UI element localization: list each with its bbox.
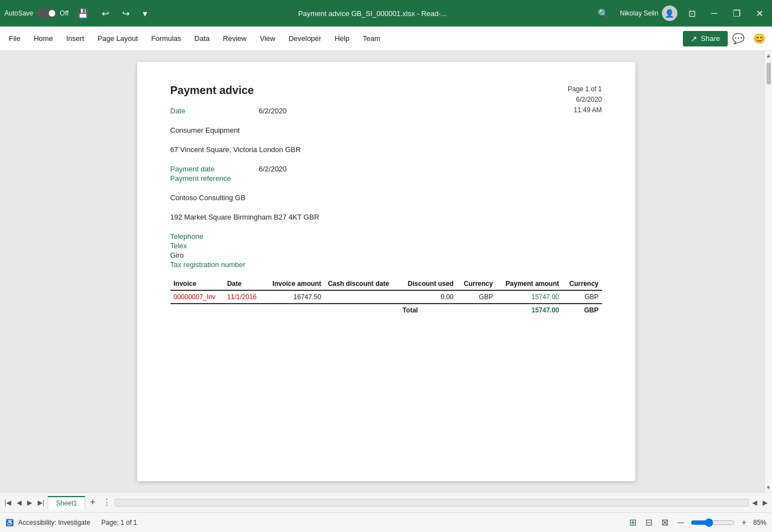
customize-button[interactable]: ▾ bbox=[138, 6, 152, 21]
menu-view[interactable]: View bbox=[253, 30, 282, 47]
view-normal-button[interactable]: ⊞ bbox=[627, 516, 639, 529]
cell-currency2: GBP bbox=[562, 290, 602, 304]
title-actions: 🔍 Nikolay Selin 👤 ⊡ ─ ❐ ✕ bbox=[593, 6, 768, 21]
redo-button[interactable]: ↪ bbox=[118, 6, 134, 21]
scroll-right-button[interactable]: ▶ bbox=[760, 499, 770, 507]
close-button[interactable]: ✕ bbox=[752, 6, 768, 21]
company-name: Consumer Equipment bbox=[170, 126, 602, 134]
total-spacer1 bbox=[170, 304, 224, 316]
cell-cash-discount-date bbox=[324, 290, 399, 304]
content-area: ▲ ▼ Page 1 of 1 6/2/2020 11:49 AM Paymen… bbox=[0, 51, 772, 492]
accessibility-label: Accessibility: Investigate bbox=[18, 519, 90, 526]
menu-page-layout[interactable]: Page Layout bbox=[91, 30, 144, 47]
page-status: Page: 1 of 1 bbox=[101, 519, 137, 526]
vendor-name: Contoso Consulting GB bbox=[170, 194, 602, 202]
title-bar: AutoSave Off 💾 ↩ ↪ ▾ Payment advice GB_S… bbox=[0, 0, 772, 27]
status-right: ⊞ ⊟ ⊠ ─ + 85% bbox=[627, 516, 766, 529]
restore-button[interactable]: ❐ bbox=[728, 6, 745, 21]
main-area: ▲ ▼ Page 1 of 1 6/2/2020 11:49 AM Paymen… bbox=[0, 51, 772, 492]
scroll-left-button[interactable]: ◀ bbox=[750, 499, 759, 507]
telex-label: Telex bbox=[170, 242, 602, 250]
total-spacer4 bbox=[324, 304, 399, 316]
menu-developer[interactable]: Developer bbox=[282, 30, 328, 47]
date-label: Date bbox=[170, 107, 259, 115]
horizontal-scrollbar[interactable] bbox=[115, 499, 749, 507]
company-address: 67 Vincent Square, Victoria London GBR bbox=[170, 145, 602, 154]
share-icon: ↗ bbox=[691, 34, 697, 43]
autosave-section: AutoSave Off bbox=[4, 9, 69, 18]
undo-button[interactable]: ↩ bbox=[97, 6, 113, 21]
total-spacer2 bbox=[224, 304, 263, 316]
sheet-nav-prev[interactable]: ◀ bbox=[14, 499, 24, 507]
cell-payment-amount: 15747.00 bbox=[496, 290, 563, 304]
invoice-table: Invoice Date Invoice amount Cash discoun… bbox=[170, 278, 602, 316]
zoom-out-button[interactable]: ─ bbox=[675, 517, 686, 529]
scroll-up-arrow[interactable]: ▲ bbox=[764, 51, 772, 60]
cell-discount-used: 0.00 bbox=[399, 290, 457, 304]
sheet-nav-first[interactable]: |◀ bbox=[2, 499, 13, 507]
menu-help[interactable]: Help bbox=[328, 30, 356, 47]
zoom-slider[interactable] bbox=[691, 518, 735, 527]
document-page: Page 1 of 1 6/2/2020 11:49 AM Payment ad… bbox=[137, 62, 635, 481]
document-title: Payment advice bbox=[170, 84, 602, 97]
share-label: Share bbox=[701, 34, 720, 43]
total-spacer3 bbox=[263, 304, 324, 316]
menu-home[interactable]: Home bbox=[27, 30, 60, 47]
col-discount-used: Discount used bbox=[399, 278, 457, 290]
add-sheet-button[interactable]: + bbox=[86, 497, 99, 508]
share-button[interactable]: ↗ Share bbox=[683, 31, 728, 46]
total-payment: 15747.00 bbox=[496, 304, 563, 316]
search-button[interactable]: 🔍 bbox=[593, 6, 613, 21]
col-currency2: Currency bbox=[562, 278, 602, 290]
menu-insert[interactable]: Insert bbox=[60, 30, 91, 47]
expand-button[interactable]: ⊡ bbox=[684, 6, 700, 21]
toggle-state: Off bbox=[60, 9, 69, 17]
scroll-down-arrow[interactable]: ▼ bbox=[764, 483, 772, 492]
menu-data[interactable]: Data bbox=[188, 30, 216, 47]
emoji-button[interactable]: 😊 bbox=[749, 30, 770, 47]
menu-bar: File Home Insert Page Layout Formulas Da… bbox=[0, 27, 772, 51]
menu-formulas[interactable]: Formulas bbox=[144, 30, 188, 47]
table-header-row: Invoice Date Invoice amount Cash discoun… bbox=[170, 278, 602, 290]
total-spacer5 bbox=[457, 304, 496, 316]
status-bar: ♿ Accessibility: Investigate Page: 1 of … bbox=[0, 512, 772, 532]
payment-ref-row: Payment reference bbox=[170, 174, 602, 182]
date-row: Date 6/2/2020 bbox=[170, 107, 602, 115]
user-avatar[interactable]: 👤 bbox=[662, 6, 677, 21]
print-date: 6/2/2020 bbox=[568, 95, 602, 105]
total-label: Total bbox=[399, 304, 457, 316]
date-value: 6/2/2020 bbox=[259, 107, 287, 115]
giro-label: Giro bbox=[170, 251, 602, 259]
payment-ref-label: Payment reference bbox=[170, 174, 259, 182]
tab-options[interactable]: ⋮ bbox=[100, 497, 113, 508]
vertical-scrollbar[interactable]: ▲ ▼ bbox=[764, 51, 772, 492]
cell-invoice-amount: 16747.50 bbox=[263, 290, 324, 304]
sheet-tabs: |◀ ◀ ▶ ▶| Sheet1 + ⋮ ◀ ▶ bbox=[0, 492, 772, 512]
tax-reg-label: Tax registration number bbox=[170, 260, 602, 269]
cell-invoice: 00000007_Inv bbox=[170, 290, 224, 304]
minimize-button[interactable]: ─ bbox=[707, 6, 722, 20]
sheet-nav-next[interactable]: ▶ bbox=[25, 499, 34, 507]
col-payment-amount: Payment amount bbox=[496, 278, 563, 290]
zoom-in-button[interactable]: + bbox=[739, 517, 749, 529]
user-name: Nikolay Selin bbox=[620, 9, 658, 17]
view-page-button[interactable]: ⊟ bbox=[643, 516, 655, 529]
save-button[interactable]: 💾 bbox=[73, 6, 93, 21]
menu-review[interactable]: Review bbox=[216, 30, 253, 47]
sheet-nav-last[interactable]: ▶| bbox=[35, 499, 46, 507]
menu-team[interactable]: Team bbox=[356, 30, 387, 47]
payment-date-label: Payment date bbox=[170, 165, 259, 173]
table-row: 00000007_Inv 11/1/2016 16747.50 0.00 GBP… bbox=[170, 290, 602, 304]
autosave-toggle[interactable] bbox=[37, 9, 56, 18]
print-time: 11:49 AM bbox=[568, 105, 602, 116]
menu-file[interactable]: File bbox=[2, 30, 27, 47]
sheet-tab-sheet1[interactable]: Sheet1 bbox=[48, 496, 85, 509]
vendor-address: 192 Market Square Birmingham B27 4KT GBR bbox=[170, 213, 602, 221]
page-info: Page 1 of 1 6/2/2020 11:49 AM bbox=[568, 84, 602, 116]
scroll-thumb[interactable] bbox=[766, 62, 771, 85]
user-section: Nikolay Selin 👤 bbox=[620, 6, 677, 21]
comment-button[interactable]: 💬 bbox=[728, 30, 749, 47]
page-number: Page 1 of 1 bbox=[568, 84, 602, 95]
view-layout-button[interactable]: ⊠ bbox=[659, 516, 671, 529]
cell-currency1: GBP bbox=[457, 290, 496, 304]
